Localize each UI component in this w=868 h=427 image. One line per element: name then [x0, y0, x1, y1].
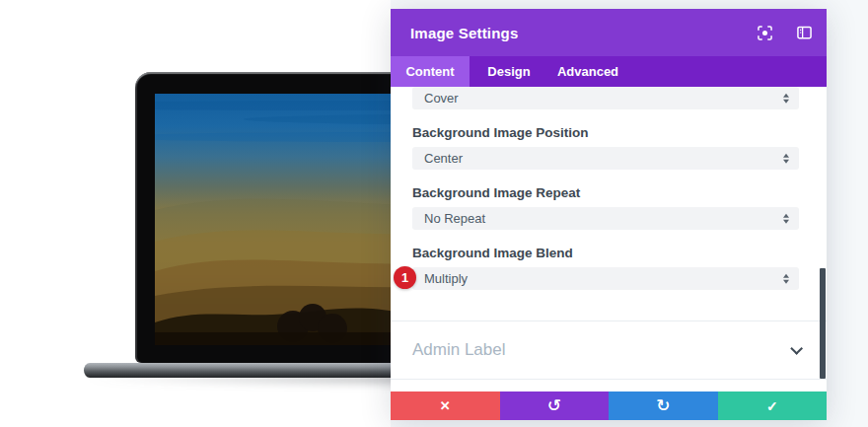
check-icon: ✓ [766, 398, 778, 414]
select-arrows-icon [783, 93, 789, 104]
expand-panel-icon[interactable] [796, 25, 812, 40]
select-arrows-icon [783, 273, 789, 284]
select-value: Center [424, 151, 463, 166]
image-settings-modal: Image Settings [391, 9, 827, 420]
redo-button[interactable]: ↻ [609, 391, 718, 420]
annotation-number: 1 [401, 270, 408, 285]
undo-button[interactable]: ↺ [500, 391, 610, 420]
background-image-blend-select[interactable]: Multiply [412, 267, 799, 290]
discard-button[interactable]: ✕ [391, 391, 500, 420]
tab-content[interactable]: Content [391, 56, 470, 87]
save-button[interactable]: ✓ [718, 391, 828, 420]
modal-title: Image Settings [410, 25, 733, 41]
tab-advanced[interactable]: Advanced [548, 56, 627, 87]
scrollbar-thumb[interactable] [820, 268, 826, 379]
select-arrows-icon [783, 213, 789, 224]
tab-design[interactable]: Design [470, 56, 548, 87]
page: Image Settings [0, 0, 868, 427]
focus-module-icon[interactable] [757, 25, 772, 40]
field-label-blend: Background Image Blend [412, 246, 799, 260]
annotation-badge-1: 1 [394, 266, 416, 289]
settings-form: Cover Background Image Position Center B… [391, 87, 827, 290]
modal-header[interactable]: Image Settings [391, 9, 827, 56]
field-label-position: Background Image Position [412, 125, 799, 140]
select-arrows-icon [783, 153, 789, 164]
field-label-repeat: Background Image Repeat [412, 185, 799, 200]
admin-label-section[interactable]: Admin Label [391, 320, 827, 380]
select-value: No Repeat [424, 211, 485, 226]
select-value: Multiply [424, 271, 468, 286]
select-value: Cover [424, 91, 459, 106]
undo-icon: ↺ [547, 397, 561, 414]
close-icon: ✕ [440, 398, 451, 413]
modal-footer: ✕ ↺ ↻ ✓ [391, 391, 827, 420]
redo-icon: ↻ [656, 397, 670, 414]
tab-bar: Content Design Advanced [391, 56, 827, 87]
background-image-position-select[interactable]: Center [412, 147, 799, 170]
admin-label-title: Admin Label [412, 340, 790, 360]
background-image-size-select[interactable]: Cover [412, 87, 799, 109]
background-image-repeat-select[interactable]: No Repeat [412, 207, 799, 230]
chevron-down-icon [790, 342, 803, 355]
